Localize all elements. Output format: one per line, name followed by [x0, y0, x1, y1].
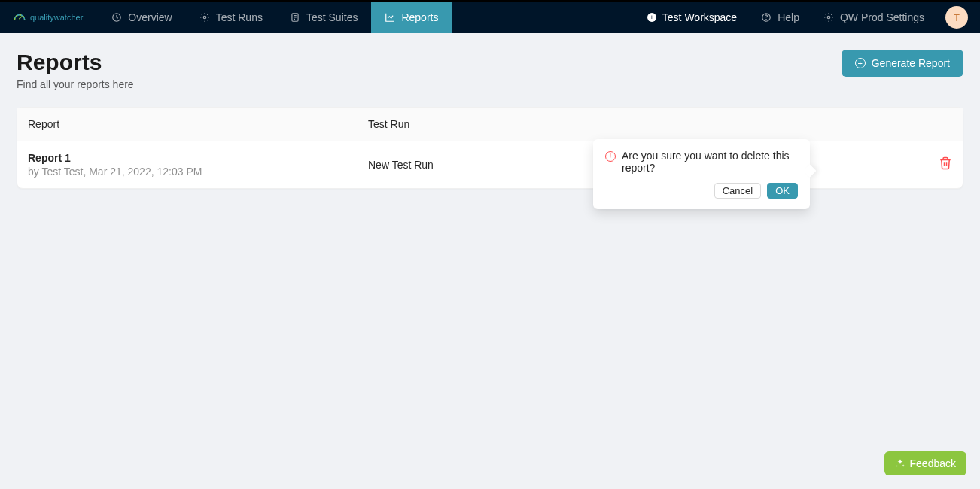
nav-label: Overview: [128, 11, 172, 23]
svg-point-3: [203, 16, 206, 19]
sparkle-icon: [895, 458, 905, 469]
page-title: Reports: [17, 50, 134, 75]
exclamation-icon: !: [605, 151, 616, 162]
th-report: Report: [28, 118, 368, 130]
nav-test-runs[interactable]: Test Runs: [186, 2, 276, 33]
clipboard-icon: [290, 12, 300, 23]
help-link[interactable]: Help: [749, 2, 811, 33]
page-heading-block: Reports Find all your reports here: [17, 50, 134, 90]
th-action: [907, 118, 952, 130]
help-label: Help: [778, 11, 799, 23]
reports-table: Report Test Run Report 1 by Test Test, M…: [17, 107, 963, 189]
feedback-label: Feedback: [910, 457, 956, 469]
top-nav: qualitywatcher Overview Test Runs Test S…: [0, 0, 980, 33]
settings-label: QW Prod Settings: [840, 11, 924, 23]
report-meta: by Test Test, Mar 21, 2022, 12:03 PM: [28, 166, 368, 178]
page-header: Reports Find all your reports here + Gen…: [17, 50, 963, 90]
help-icon: [761, 12, 772, 23]
delete-button[interactable]: [939, 156, 952, 170]
generate-report-label: Generate Report: [872, 57, 950, 69]
feedback-button[interactable]: Feedback: [884, 451, 966, 475]
ok-button[interactable]: OK: [767, 183, 798, 199]
brand-name: qualitywatcher: [30, 13, 83, 22]
trash-icon: [939, 156, 952, 170]
workspace-name: Test Workspace: [662, 11, 737, 23]
user-avatar[interactable]: T: [945, 6, 968, 29]
nav-label: Test Suites: [306, 11, 358, 23]
generate-report-button[interactable]: + Generate Report: [842, 50, 963, 77]
svg-point-7: [827, 16, 830, 19]
brand-logo[interactable]: qualitywatcher: [12, 10, 83, 25]
table-head: Report Test Run: [17, 108, 963, 141]
logo-icon: [12, 10, 27, 25]
table-row[interactable]: Report 1 by Test Test, Mar 21, 2022, 12:…: [17, 141, 963, 188]
gear-icon: [199, 12, 210, 23]
nav-label: Test Runs: [216, 11, 263, 23]
plus-circle-icon: [647, 13, 656, 22]
cell-report: Report 1 by Test Test, Mar 21, 2022, 12:…: [28, 152, 368, 178]
svg-line-1: [20, 16, 22, 18]
main-nav: Overview Test Runs Test Suites Reports: [98, 2, 452, 33]
popover-actions: Cancel OK: [605, 183, 798, 199]
nav-label: Reports: [401, 11, 438, 23]
nav-test-suites[interactable]: Test Suites: [276, 2, 371, 33]
page-subtitle: Find all your reports here: [17, 78, 134, 90]
cancel-button[interactable]: Cancel: [714, 183, 761, 199]
main-content: Reports Find all your reports here + Gen…: [0, 33, 980, 205]
popover-message: ! Are you sure you want to delete this r…: [605, 150, 798, 174]
workspace-selector[interactable]: Test Workspace: [635, 2, 749, 33]
delete-confirm-popover: ! Are you sure you want to delete this r…: [593, 139, 810, 209]
cell-actions: [907, 156, 952, 173]
report-name: Report 1: [28, 152, 368, 164]
dashboard-icon: [111, 12, 122, 23]
svg-point-6: [766, 20, 767, 20]
chart-icon: [385, 12, 395, 23]
nav-reports[interactable]: Reports: [371, 2, 452, 33]
th-test-run: Test Run: [368, 118, 907, 130]
plus-circle-icon: +: [855, 58, 866, 68]
popover-text: Are you sure you want to delete this rep…: [622, 150, 798, 174]
header-right: Test Workspace Help QW Prod Settings T: [635, 2, 968, 33]
settings-link[interactable]: QW Prod Settings: [811, 2, 936, 33]
avatar-initial: T: [954, 12, 960, 23]
gear-icon: [823, 12, 834, 23]
nav-overview[interactable]: Overview: [98, 2, 185, 33]
